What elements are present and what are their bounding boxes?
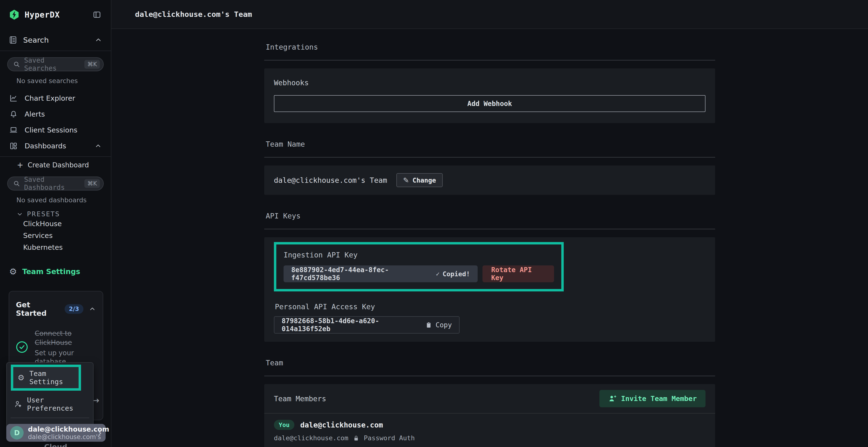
- saved-searches-placeholder: Saved Searches: [24, 56, 81, 72]
- hyperdx-logo-icon: [9, 9, 20, 20]
- preset-kubernetes[interactable]: Kubernetes: [23, 241, 104, 253]
- nav-label: Alerts: [25, 110, 102, 118]
- sidebar-item-chart-explorer[interactable]: Chart Explorer: [7, 90, 104, 106]
- member-details: dale@clickhouse.com Password Auth: [274, 434, 706, 442]
- member-email: dale@clickhouse.com: [274, 434, 348, 442]
- annotation-highlight-team-settings: ⚙ Team Settings: [11, 365, 81, 391]
- progress-badge: 2/3: [65, 304, 84, 314]
- annotation-highlight-ingestion-key: Ingestion API Key 8e887902-4ed7-44ea-8fe…: [274, 242, 564, 291]
- presets-label: PRESETS: [27, 210, 60, 218]
- ingestion-key-row: 8e887902-4ed7-44ea-8fec-f47cd578be36 ✓ C…: [283, 265, 554, 282]
- app-title: HyperDX: [25, 10, 87, 20]
- user-team-name: dale@clickhouse.com's: [28, 433, 94, 441]
- section-divider: [264, 229, 715, 229]
- logo-row: HyperDX: [0, 0, 111, 29]
- user-account-chip[interactable]: D dale@clickhouse.com dale@clickhouse.co…: [6, 424, 105, 442]
- preset-services[interactable]: Services: [23, 230, 104, 241]
- presets-toggle[interactable]: PRESETS: [17, 210, 104, 218]
- get-started-title: Get Started: [16, 301, 59, 317]
- auth-method: Password Auth: [364, 434, 415, 442]
- invite-button-label: Invite Team Member: [621, 394, 697, 403]
- step-title: Connect to ClickHouse: [35, 329, 97, 347]
- team-members-header: Team Members Invite Team Member: [264, 384, 715, 413]
- menu-item-user-preferences[interactable]: User Preferences: [10, 393, 90, 415]
- ingestion-key-value[interactable]: 8e887902-4ed7-44ea-8fec-f47cd578be36 ✓ C…: [283, 265, 478, 282]
- app-window: HyperDX Search: [0, 0, 868, 447]
- preset-clickhouse[interactable]: ClickHouse: [23, 218, 104, 230]
- rotate-api-key-button[interactable]: Rotate API Key: [483, 265, 554, 282]
- create-dashboard-button[interactable]: + Create Dashboard: [7, 157, 104, 173]
- saved-dashboards-input[interactable]: Saved Dashboards ⌘K: [7, 176, 104, 191]
- team-heading: Team: [266, 358, 715, 367]
- bell-icon: [9, 110, 18, 118]
- gear-icon: ⚙: [9, 267, 17, 276]
- plus-icon: +: [17, 161, 23, 170]
- change-team-name-button[interactable]: ✎ Change: [396, 173, 443, 187]
- saved-dashboards-placeholder: Saved Dashboards: [24, 176, 81, 192]
- change-button-label: Change: [412, 176, 436, 184]
- copied-status: ✓ Copied!: [436, 270, 470, 278]
- user-email: dale@clickhouse.com: [28, 425, 94, 433]
- chevron-up-icon[interactable]: [94, 142, 102, 149]
- no-saved-dashboards-note: No saved dashboards: [17, 196, 104, 204]
- chevron-up-icon[interactable]: [89, 305, 96, 313]
- chevron-up-icon[interactable]: [94, 36, 102, 44]
- collapse-sidebar-icon[interactable]: [92, 10, 102, 20]
- team-name-heading: Team Name: [266, 140, 715, 148]
- page-header: dale@clickhouse.com's Team: [112, 0, 868, 29]
- section-divider: [264, 157, 715, 158]
- api-keys-card: Ingestion API Key 8e887902-4ed7-44ea-8fe…: [264, 237, 715, 342]
- user-chip-texts: dale@clickhouse.com dale@clickhouse.com'…: [28, 425, 94, 441]
- sidebar-item-dashboards[interactable]: Dashboards: [7, 138, 104, 154]
- sidebar-item-client-sessions[interactable]: Client Sessions: [7, 122, 104, 138]
- personal-key-value[interactable]: 87982668-58b1-4d6e-a620-014a136f52eb Cop…: [274, 316, 460, 334]
- webhooks-card: Webhooks Add Webhook: [264, 68, 715, 123]
- shortcut-hint: ⌘K: [84, 60, 100, 69]
- get-started-header[interactable]: Get Started 2/3: [9, 291, 103, 317]
- lock-icon: [353, 435, 360, 442]
- gear-icon: ⚙: [18, 373, 25, 382]
- dashboard-grid-icon: [9, 142, 18, 150]
- nav-label: Client Sessions: [25, 126, 102, 134]
- menu-item-label: Team Settings: [29, 370, 74, 386]
- check-icon: ✓: [436, 270, 440, 277]
- api-key-text: 8e887902-4ed7-44ea-8fec-f47cd578be36: [291, 266, 429, 282]
- chevron-right-icon: ›: [98, 427, 102, 438]
- sidebar-section-search[interactable]: Search: [0, 29, 111, 51]
- saved-searches-input[interactable]: Saved Searches ⌘K: [7, 57, 104, 71]
- you-badge: You: [274, 420, 294, 430]
- member-name: dale@clickhouse.com: [300, 421, 383, 429]
- main-area: dale@clickhouse.com's Team Integrations …: [112, 0, 868, 447]
- integrations-heading: Integrations: [266, 43, 715, 51]
- add-webhook-button[interactable]: Add Webhook: [274, 95, 706, 112]
- api-key-text: 87982668-58b1-4d6e-a620-014a136f52eb: [282, 317, 425, 333]
- settings-content: Integrations Webhooks Add Webhook Team N…: [112, 29, 868, 447]
- invite-team-member-button[interactable]: Invite Team Member: [599, 390, 706, 407]
- team-members-card: Team Members Invite Team Member You dal: [264, 384, 715, 447]
- create-dashboard-label: Create Dashboard: [28, 161, 89, 169]
- copy-button[interactable]: Copy: [425, 321, 452, 329]
- sidebar-content: Saved Searches ⌘K No saved searches Char…: [0, 51, 111, 276]
- sidebar: HyperDX Search: [0, 0, 112, 447]
- nav-label: Chart Explorer: [25, 94, 102, 102]
- journal-icon: [9, 36, 18, 44]
- search-section-label: Search: [23, 36, 89, 44]
- member-identity: You dale@clickhouse.com: [274, 420, 706, 430]
- team-name-card: dale@clickhouse.com's Team ✎ Change: [264, 166, 715, 195]
- team-member-row: You dale@clickhouse.com dale@clickhouse.…: [264, 414, 715, 447]
- sidebar-item-team-settings[interactable]: ⚙ Team Settings: [9, 267, 104, 276]
- chart-icon: [9, 94, 18, 103]
- sidebar-item-alerts[interactable]: Alerts: [7, 106, 104, 122]
- section-divider: [264, 60, 715, 61]
- sidebar-nav: Chart Explorer Alerts Client Sessions: [7, 90, 104, 154]
- laptop-icon: [9, 126, 18, 134]
- menu-item-team-settings[interactable]: ⚙ Team Settings: [13, 367, 79, 388]
- chevron-down-icon: [17, 211, 23, 217]
- team-settings-link-label: Team Settings: [22, 267, 80, 276]
- clipboard-icon: [425, 321, 432, 329]
- page-title: dale@clickhouse.com's Team: [135, 10, 252, 19]
- menu-item-label: User Preferences: [27, 396, 86, 412]
- search-icon: [13, 180, 20, 187]
- nav-label: Dashboards: [25, 142, 88, 150]
- person-plus-icon: [608, 394, 617, 403]
